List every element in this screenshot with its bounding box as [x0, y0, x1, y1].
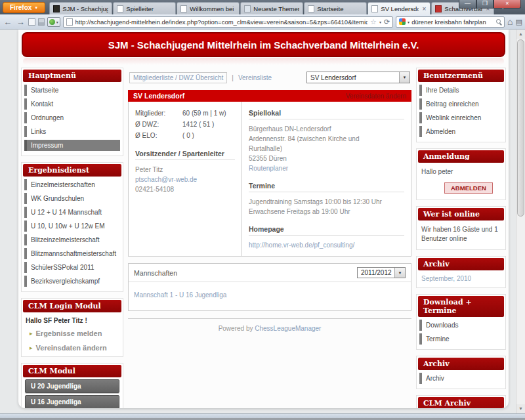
item-label: Links [27, 126, 50, 137]
url-text[interactable]: http://schachjugend-mittelrhein.de/index… [75, 18, 368, 26]
page-favicon [66, 18, 73, 26]
item-label: Kontakt [27, 98, 57, 110]
zoom-addon-button[interactable]: ▾ [47, 17, 60, 27]
mannschaften-header: Mannschaften 2011/2012 ▼ [129, 264, 411, 282]
item-label: Impressum [27, 140, 67, 151]
sidebar-item-termine[interactable]: Termine [419, 333, 503, 345]
sidebar-item-downloads[interactable]: Downloads [419, 320, 503, 331]
sidebar-item-ihre-details[interactable]: Ihre Details [419, 85, 503, 96]
sidebar-item-einzelmeisterschaften[interactable]: Einzelmeisterschaften [24, 179, 120, 190]
sidebar-item-beitrag-einreichen[interactable]: Beitrag einreichen [419, 98, 503, 110]
tab-spielleiter[interactable]: Spielleiter [113, 2, 176, 14]
routenplaner-link[interactable]: Routenplaner [249, 163, 404, 173]
powered-by: Powered by ChessLeagueManager [128, 318, 411, 336]
stat-row-elo: Ø ELO:( 0 ) [135, 130, 235, 141]
search-icon[interactable] [496, 19, 501, 24]
scroll-down-icon[interactable]: ▼ [516, 404, 525, 413]
module-clm-login: CLM Login Modul Hallo SF Peter Titz ! ▸E… [21, 298, 123, 357]
sidebar-item-abmelden[interactable]: Abmelden [419, 126, 503, 137]
chairman-email-link[interactable]: ptschach@vr-web.de [135, 175, 235, 184]
tab-sv-lendersdorf-active[interactable]: SV Lendersdorf × [368, 2, 430, 14]
content-nav: Mitgliederliste / DWZ Übersicht | Verein… [128, 68, 411, 89]
site-banner: SJM - Schachjugend Mittelrhein im Schach… [22, 32, 505, 57]
item-label: Termine [422, 333, 453, 345]
firefox-menu-button[interactable]: Firefox ▼ [3, 2, 45, 13]
module-title: Archiv [418, 258, 504, 270]
chevron-down-icon[interactable]: ▾ [408, 20, 410, 24]
sidebar-item-startseite[interactable]: Startseite [24, 85, 120, 96]
sidebar-item-schuelersspokal[interactable]: SchülerSSPokal 2011 [24, 262, 120, 273]
chevron-down-icon[interactable]: ▼ [399, 72, 410, 83]
sidebar-item-bezirksvergleichskampf[interactable]: Bezirksvergleichskampf [24, 276, 120, 287]
club-header-bar: SV Lendersdorf Vereinsdaten ändern [128, 90, 411, 102]
button-u20-jugendliga[interactable]: U 20 Jugendliga [25, 379, 119, 393]
bookmarks-button[interactable]: ▤ [516, 18, 522, 26]
link-mitgliederliste[interactable]: Mitgliederliste / DWZ Übersicht [129, 72, 227, 83]
archiv-month-link[interactable]: September, 2010 [417, 272, 505, 285]
stats-tool-icon[interactable] [38, 18, 45, 26]
sidebar-item-impressum[interactable]: Impressum [24, 140, 120, 151]
tab-startseite[interactable]: Startseite [304, 2, 367, 14]
tab-sjm-schachjugend[interactable]: SJM - Schachjugend... [49, 2, 112, 14]
sidebar-item-u12-u14[interactable]: U 12 + U 14 Mannschaft [24, 207, 120, 218]
reload-icon[interactable]: ⟳ [384, 18, 390, 26]
link-vereinsliste[interactable]: Vereinsliste [238, 74, 272, 81]
back-button[interactable]: ← [3, 18, 12, 26]
close-window-button[interactable]: × [494, 0, 521, 9]
item-label: WK Grundschulen [27, 193, 88, 204]
season-select[interactable]: 2011/2012 ▼ [357, 267, 406, 278]
maximize-button[interactable]: ❐ [476, 0, 494, 9]
tab-neueste-themen[interactable]: Neueste Themen - ... [240, 2, 303, 14]
tab-favicon-page [371, 5, 378, 12]
sidebar-item-archiv[interactable]: Archiv [419, 373, 503, 384]
tab-close-icon[interactable]: × [421, 5, 427, 12]
home-button[interactable]: ⌂ [507, 17, 513, 26]
bookmark-star-icon[interactable]: ☆ [370, 18, 377, 26]
item-label: Weblink einreichen [422, 112, 485, 123]
tab-favicon-schachverband [435, 5, 442, 12]
sidebar-item-blitzmannschaft[interactable]: Blitzmannschaftmeisterschaft [24, 248, 120, 259]
club-select[interactable]: SV Lendersdorf ▼ [306, 72, 410, 83]
page-tool-icon[interactable] [28, 18, 35, 26]
button-u16-jugendliga[interactable]: U 16 Jugendliga [25, 395, 119, 408]
homepage-link[interactable]: http://home.vr-web.de/pf_consulting/ [249, 240, 404, 250]
site-title: SJM - Schachjugend Mittelrhein im Schach… [108, 39, 419, 51]
sidebar-item-weblink-einreichen[interactable]: Weblink einreichen [419, 112, 503, 123]
abmelden-button[interactable]: ABMELDEN [444, 182, 493, 194]
termine-line: Erwachsene Freitags ab 19:00 Uhr [249, 207, 404, 217]
sidebar-item-ordnungen[interactable]: Ordnungen [24, 112, 120, 123]
url-bar[interactable]: http://schachjugend-mittelrhein.de/index… [63, 16, 394, 28]
link-vereinsdaten-aendern-bar[interactable]: Vereinsdaten ändern [346, 93, 406, 100]
powered-prefix: Powered by [219, 325, 255, 332]
sidebar-item-u10-em[interactable]: U 10, U 10w + U 12w EM [24, 220, 120, 232]
sidebar-item-kontakt[interactable]: Kontakt [24, 98, 120, 110]
page-viewport: SJM - Schachjugend Mittelrhein im Schach… [0, 30, 525, 413]
search-bar[interactable]: ▾ dürener kreisbahn fahrplan [396, 16, 505, 28]
window-controls: — ❐ × [459, 0, 521, 9]
sidebar-item-links[interactable]: Links [24, 126, 120, 137]
item-label: Beitrag einreichen [422, 98, 483, 110]
browser-navbar: ← → ▾ http://schachjugend-mittelrhein.de… [0, 14, 525, 30]
forward-button[interactable]: → [15, 18, 25, 26]
chevron-down-icon[interactable]: ▼ [394, 268, 405, 278]
chevron-down-icon[interactable]: ▾ [379, 20, 381, 24]
mannschaften-box: Mannschaften 2011/2012 ▼ Mannschaft 1 - … [128, 263, 411, 311]
scroll-up-icon[interactable]: ▲ [516, 30, 525, 39]
vertical-scrollbar[interactable]: ▲ ▼ [516, 30, 525, 413]
chevron-down-icon: ▼ [34, 6, 38, 10]
sidebar-item-wk-grundschulen[interactable]: WK Grundschulen [24, 193, 120, 204]
browser-window: Firefox ▼ SJM - Schachjugend... Spiellei… [0, 0, 525, 420]
tab-favicon-sjm [53, 5, 60, 12]
sidebar-item-blitzeinzel[interactable]: Blitzeinzelmeisterschaft [24, 234, 120, 245]
link-vereinsdaten-aendern[interactable]: ▸Vereinsdaten ändern [22, 340, 123, 354]
minimize-button[interactable]: — [459, 0, 476, 9]
link-ergebnisse-melden[interactable]: ▸Ergebnisse melden [22, 326, 123, 340]
team-link[interactable]: Mannschaft 1 - U 16 Jugendliga [134, 291, 226, 299]
chessleaguemanager-link[interactable]: ChessLeagueManager [255, 325, 321, 332]
link-label: Ergebnisse melden [36, 329, 102, 337]
module-title: Hauptmenü [23, 70, 121, 82]
scrollbar-thumb[interactable] [517, 39, 524, 217]
tab-willkommen[interactable]: Willkommen bei der... [177, 2, 240, 14]
search-input[interactable]: dürener kreisbahn fahrplan [411, 18, 494, 26]
mannschaften-body: Mannschaft 1 - U 16 Jugendliga [129, 282, 411, 310]
